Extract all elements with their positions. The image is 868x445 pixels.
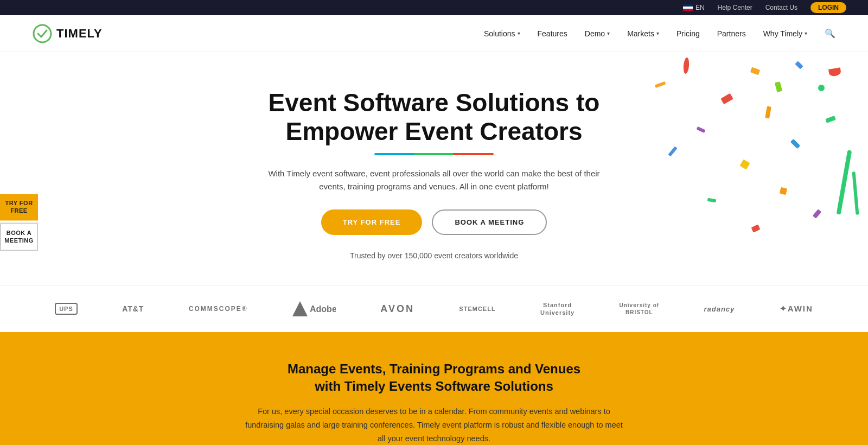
nav-link-pricing[interactable]: Pricing (676, 29, 700, 38)
trust-text: Trusted by over 150,000 event creators w… (266, 251, 602, 260)
logo-link[interactable]: TIMELY (33, 24, 103, 43)
nav-link-partners[interactable]: Partners (717, 29, 746, 38)
chevron-down-icon: ▾ (656, 30, 659, 36)
svg-text:Adobe: Adobe (310, 304, 336, 314)
hero-content: Event Software Solutions to Empower Even… (266, 88, 602, 260)
contact-us-link[interactable]: Contact Us (765, 4, 797, 11)
login-button[interactable]: LOGIN (810, 2, 846, 13)
adobe-logo-svg: Adobe (292, 301, 336, 316)
logo-commscope: COMMSCOPE® (189, 305, 248, 313)
logo-awin: ✦AWIN (780, 304, 813, 314)
logo-stemcell: STEMCELL (459, 306, 495, 312)
hero-title: Event Software Solutions to Empower Even… (266, 88, 602, 146)
yellow-section-body: For us, every special occasion deserves … (244, 405, 624, 445)
try-for-free-button[interactable]: TRY FOR FREE (321, 209, 423, 235)
logo-radancy: radancy (704, 305, 735, 313)
hero-section: Event Software Solutions to Empower Even… (0, 52, 868, 285)
nav-link-why-timely[interactable]: Why Timely ▾ (763, 29, 807, 38)
nav-item-demo[interactable]: Demo ▾ (585, 29, 610, 38)
logos-bar: UPS AT&T COMMSCOPE® Adobe AVON STEMCELL … (0, 285, 868, 332)
logo-avon: AVON (380, 303, 414, 315)
confetti-decoration (640, 52, 868, 242)
language-selector[interactable]: EN (683, 4, 705, 11)
chevron-down-icon: ▾ (607, 30, 610, 36)
hero-buttons: TRY FOR FREE BOOK A MEETING (266, 209, 602, 235)
nav-item-features[interactable]: Features (538, 29, 567, 38)
nav-links: Solutions ▾ Features Demo ▾ Markets ▾ Pr… (484, 28, 835, 39)
logo-ups: UPS (55, 303, 78, 315)
book-a-meeting-button[interactable]: BOOK A MEETING (432, 209, 547, 235)
lang-label: EN (695, 4, 705, 11)
logo-stanford: StanfordUniversity (540, 301, 575, 317)
logo-text: TIMELY (56, 27, 103, 41)
ribbon-decoration (837, 150, 852, 215)
svg-point-0 (34, 25, 51, 42)
float-book-meeting-button[interactable]: BOOK A MEETING (0, 223, 38, 251)
hero-underline (374, 153, 494, 155)
nav-link-demo[interactable]: Demo ▾ (585, 29, 610, 38)
top-bar: EN Help Center Contact Us LOGIN (0, 0, 868, 15)
yellow-section-title: Manage Events, Training Programs and Ven… (108, 360, 760, 396)
logo-icon (33, 24, 52, 43)
nav-link-solutions[interactable]: Solutions ▾ (484, 29, 520, 38)
hero-subtitle: With Timely event software, event profes… (266, 167, 602, 193)
nav-item-why-timely[interactable]: Why Timely ▾ (763, 29, 807, 38)
svg-marker-1 (292, 301, 308, 316)
logo-att: AT&T (122, 304, 144, 313)
search-button[interactable]: 🔍 (825, 28, 835, 39)
logo-bristol: University ofBRISTOL (620, 302, 660, 316)
search-icon[interactable]: 🔍 (825, 29, 835, 38)
chevron-down-icon: ▾ (518, 30, 520, 36)
float-try-free-button[interactable]: TRY FOR FREE (0, 194, 38, 220)
nav-item-partners[interactable]: Partners (717, 29, 746, 38)
ribbon2-decoration (852, 171, 859, 215)
nav-item-solutions[interactable]: Solutions ▾ (484, 29, 520, 38)
nav-link-features[interactable]: Features (538, 29, 567, 38)
nav-link-markets[interactable]: Markets ▾ (627, 29, 659, 38)
floating-side-buttons: TRY FOR FREE BOOK A MEETING (0, 194, 38, 251)
yellow-section: Manage Events, Training Programs and Ven… (0, 332, 868, 445)
help-center-link[interactable]: Help Center (718, 4, 752, 11)
nav-item-pricing[interactable]: Pricing (676, 29, 700, 38)
flag-icon (683, 4, 693, 11)
logo-adobe: Adobe (292, 301, 336, 316)
nav-item-markets[interactable]: Markets ▾ (627, 29, 659, 38)
chevron-down-icon: ▾ (805, 30, 807, 36)
navbar: TIMELY Solutions ▾ Features Demo ▾ Marke… (0, 15, 868, 52)
